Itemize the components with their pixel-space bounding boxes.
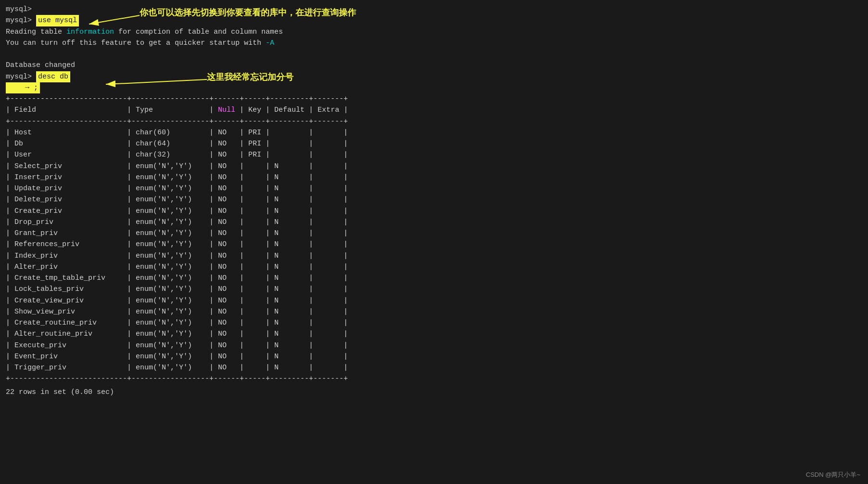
table-header-separator: +---------------------------+-----------… xyxy=(6,116,862,127)
table-header-row: | Field | Type | Null | Key | Default | … xyxy=(6,105,862,116)
table-row: | Create_routine_priv | enum('N','Y') | … xyxy=(6,317,862,328)
terminal-window: mysql> mysql> use mysql Reading table in… xyxy=(0,0,868,402)
command-arrow: → ; xyxy=(6,82,40,93)
terminal-line-7: → ; xyxy=(6,82,862,93)
prompt-3: mysql> xyxy=(6,73,36,81)
table-row: | Grant_priv | enum('N','Y') | NO | | N … xyxy=(6,228,862,239)
reading-text: Reading table xyxy=(6,28,66,36)
prompt: mysql> xyxy=(6,5,32,13)
terminal-line-4: You can turn off this feature to get a q… xyxy=(6,38,862,49)
table-row: | Create_view_priv | enum('N','Y') | NO … xyxy=(6,295,862,306)
table-row: | Delete_priv | enum('N','Y') | NO | | N… xyxy=(6,194,862,205)
command-desc-db: desc db xyxy=(36,71,70,82)
db-changed: Database changed xyxy=(6,61,75,69)
table-row: | Event_priv | enum('N','Y') | NO | | N … xyxy=(6,351,862,362)
terminal-line-1: mysql> xyxy=(6,4,862,15)
table-row: | Alter_priv | enum('N','Y') | NO | | N … xyxy=(6,262,862,273)
table-row: | References_priv | enum('N','Y') | NO |… xyxy=(6,239,862,250)
rows-count: 22 rows in set (0.00 sec) xyxy=(6,387,862,398)
terminal-line-3: Reading table information for comption o… xyxy=(6,26,862,38)
table-row: | Select_priv | enum('N','Y') | NO | | N… xyxy=(6,161,862,172)
table-row: | Execute_priv | enum('N','Y') | NO | | … xyxy=(6,340,862,351)
tion-text: tion of table and column names xyxy=(153,28,283,36)
null-header: Null xyxy=(218,106,235,114)
table-bottom-separator: +---------------------------+-----------… xyxy=(6,373,862,384)
command-use-mysql: use mysql xyxy=(36,15,79,26)
prompt-2: mysql> xyxy=(6,16,36,25)
table-row: | Create_priv | enum('N','Y') | NO | | N… xyxy=(6,206,862,217)
table-row: | User | char(32) | NO | PRI | | | xyxy=(6,149,862,160)
table-row: | Alter_routine_priv | enum('N','Y') | N… xyxy=(6,328,862,340)
table-row: | Index_priv | enum('N','Y') | NO | | N … xyxy=(6,250,862,262)
csdn-watermark: CSDN @两只小羊~ xyxy=(806,471,860,479)
table-row: | Insert_priv | enum('N','Y') | NO | | N… xyxy=(6,172,862,183)
table-top-separator: +---------------------------+-----------… xyxy=(6,93,862,105)
table-row: | Trigger_priv | enum('N','Y') | NO | | … xyxy=(6,362,862,373)
annotation-middle: 这里我经常忘记加分号 xyxy=(207,71,294,83)
table-row: | Host | char(60) | NO | PRI | | | xyxy=(6,127,862,138)
table-row: | Show_view_priv | enum('N','Y') | NO | … xyxy=(6,306,862,317)
for-compl-text: for comp xyxy=(114,28,153,36)
annotation-top: 你也可以选择先切换到你要查看的库中，在进行查询操作 xyxy=(140,7,356,18)
table-row: | Lock_tables_priv | enum('N','Y') | NO … xyxy=(6,284,862,295)
terminal-line-2: mysql> use mysql xyxy=(6,15,862,26)
table-row: | Db | char(64) | NO | PRI | | | xyxy=(6,138,862,149)
table-row: | Drop_priv | enum('N','Y') | NO | | N |… xyxy=(6,217,862,228)
dash-a: -A xyxy=(266,39,274,47)
information-text: information xyxy=(66,28,114,36)
table-row: | Create_tmp_table_priv | enum('N','Y') … xyxy=(6,273,862,284)
terminal-line-6: mysql> desc db xyxy=(6,71,862,82)
table-row: | Update_priv | enum('N','Y') | NO | | N… xyxy=(6,183,862,194)
terminal-blank xyxy=(6,49,862,60)
you-can-text: You can turn off this feature to get a q… xyxy=(6,39,266,47)
terminal-line-5: Database changed xyxy=(6,60,862,71)
